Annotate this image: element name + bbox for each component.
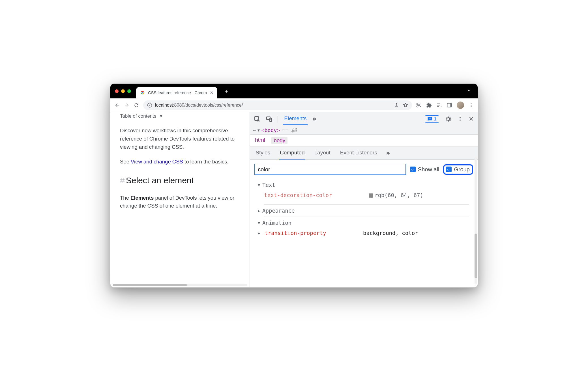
intro-paragraph: Discover new workflows in this comprehen… [120,127,242,151]
property-row[interactable]: text-decoration-color rgb(60, 64, 67) [250,190,478,203]
checkbox-checked-icon [410,167,416,172]
chrome-icon [140,90,145,95]
chevron-down-icon [466,88,471,93]
extensions-icon[interactable] [426,102,432,108]
styles-subtabs: Styles Computed Layout Event Listeners [250,147,478,160]
device-toggle-icon[interactable] [266,116,272,122]
dom-tag: <body> [261,127,280,133]
section-heading: #Select an element [120,174,242,187]
svg-rect-5 [149,104,150,104]
property-value: background, color [363,230,418,236]
more-tabs-icon[interactable] [313,116,318,122]
styles-tab[interactable]: Styles [255,147,271,159]
caret-down-icon: ▾ [160,113,162,120]
elements-tab[interactable]: Elements [283,113,308,125]
issues-badge[interactable]: 1 [425,115,439,123]
anchor-hash-icon[interactable]: # [120,176,125,185]
content-area: Table of contents ▾ Discover new workflo… [110,112,478,287]
profile-avatar[interactable] [457,102,464,109]
svg-point-18 [460,117,460,118]
layout-tab[interactable]: Layout [314,147,331,159]
tab-close-button[interactable]: ✕ [210,90,213,96]
property-name: text-decoration-color [264,192,366,198]
page-content: Table of contents ▾ Discover new workflo… [110,112,250,287]
tabstrip-menu[interactable] [466,88,474,94]
horizontal-scrollbar[interactable] [113,284,247,286]
filter-input[interactable] [254,164,406,175]
computed-filter-row: Show all Group [250,160,478,178]
browser-window: CSS features reference - Chrom ✕ ＋ local… [110,83,478,288]
breadcrumb: html body [250,135,478,147]
url-text: localhost:8080/docs/devtools/css/referen… [155,103,243,108]
computed-tab[interactable]: Computed [279,147,305,159]
breadcrumb-html[interactable]: html [255,137,265,144]
playlist-icon[interactable] [436,102,442,108]
devtools-menu-icon[interactable] [457,116,463,122]
elements-paragraph: The Elements panel of DevTools lets you … [120,194,242,210]
group-appearance[interactable]: ▶ Appearance [250,205,478,215]
window-maximize-button[interactable] [127,89,131,93]
property-value: rgb(60, 64, 67) [369,192,423,198]
side-panel-icon[interactable] [447,102,452,108]
property-row[interactable]: ▶ transition-property background, color [250,228,478,241]
svg-rect-9 [450,103,452,107]
svg-point-19 [460,118,460,119]
color-swatch-icon[interactable] [369,193,373,198]
inspect-element-icon[interactable] [254,116,261,122]
bookmark-star-icon[interactable] [403,103,408,108]
share-icon[interactable] [394,103,399,108]
reload-button[interactable] [134,102,139,108]
message-icon [427,117,432,122]
expand-triangle-icon[interactable]: ▼ [257,128,260,132]
see-also-paragraph: See View and change CSS to learn the bas… [120,158,242,166]
new-tab-button[interactable]: ＋ [224,87,230,95]
scissors-icon[interactable] [416,102,422,108]
window-close-button[interactable] [115,89,119,93]
svg-point-10 [471,103,472,104]
kebab-menu-icon[interactable] [469,103,474,108]
svg-rect-4 [149,105,150,106]
dom-tree-row[interactable]: ⋯ ▼ <body> == $0 [250,126,478,135]
dom-console-ref: == $0 [282,127,297,133]
computed-properties: ▼ Text text-decoration-color rgb(60, 64,… [250,178,478,244]
ellipsis-icon: ⋯ [253,127,256,133]
checkbox-checked-icon [446,167,452,172]
window-titlebar: CSS features reference - Chrom ✕ ＋ [110,84,478,98]
toc-label: Table of contents [120,113,156,120]
group-text[interactable]: ▼ Text [250,179,478,190]
group-checkbox[interactable]: Group [443,164,473,175]
site-info-icon[interactable] [147,103,152,108]
svg-rect-17 [429,119,430,119]
toolbar-actions [416,102,474,109]
svg-point-20 [460,120,460,121]
expand-triangle-icon: ▼ [258,221,260,225]
view-change-css-link[interactable]: View and change CSS [131,159,183,165]
svg-point-11 [471,105,472,105]
svg-point-12 [471,106,472,107]
devtools-close-button[interactable]: ✕ [469,115,474,123]
collapse-triangle-icon[interactable]: ▶ [258,231,260,235]
address-bar[interactable]: localhost:8080/docs/devtools/css/referen… [143,100,412,110]
more-subtabs-icon[interactable] [386,150,392,156]
devtools-top-toolbar: Elements 1 ✕ [250,112,478,126]
settings-gear-icon[interactable] [445,116,452,122]
toc-toggle[interactable]: Table of contents ▾ [120,113,242,120]
collapse-triangle-icon: ▶ [258,209,260,213]
breadcrumb-body[interactable]: body [271,137,287,144]
window-controls [115,89,131,93]
forward-button[interactable] [124,102,130,108]
property-name: transition-property [265,230,360,236]
devtools-panel: Elements 1 ✕ ⋯ ▼ <body> == $0 [250,112,478,287]
expand-triangle-icon: ▼ [258,183,260,187]
vertical-scrollbar[interactable] [475,157,477,284]
window-minimize-button[interactable] [121,89,125,93]
svg-rect-16 [429,118,431,118]
browser-tab[interactable]: CSS features reference - Chrom ✕ [136,87,217,98]
browser-toolbar: localhost:8080/docs/devtools/css/referen… [110,98,478,112]
event-listeners-tab[interactable]: Event Listeners [340,147,378,159]
tab-title: CSS features reference - Chrom [148,90,207,95]
group-animation[interactable]: ▼ Animation [250,217,478,228]
show-all-checkbox[interactable]: Show all [410,166,439,173]
back-button[interactable] [114,102,120,108]
